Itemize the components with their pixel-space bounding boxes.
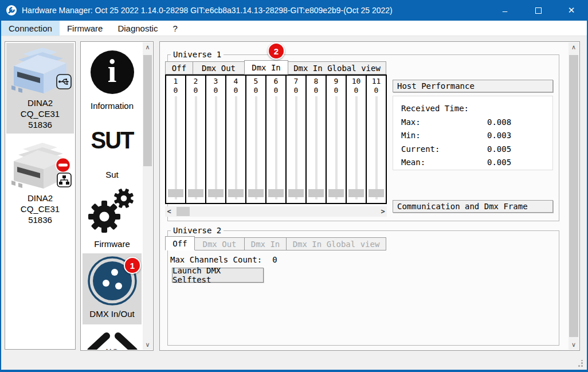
close-button[interactable]: ✕ [555,0,588,21]
menu-item-firmware[interactable]: Firmware [60,21,111,36]
fader-thumb[interactable] [228,189,244,197]
launch-dmx-selftest-button[interactable]: Launch DMX Selftest [172,268,264,283]
faders-horizontal-scrollbar[interactable]: < > [165,206,387,217]
channel-value: 0 [266,86,285,95]
max-channels-value: 0 [272,255,277,264]
host-performance-header[interactable]: Host Performance [393,80,553,92]
fader-track[interactable] [335,96,338,199]
hp-row: Current:0.005 [401,143,552,156]
fader-track[interactable] [355,96,358,199]
tab-dmx-in-global-view[interactable]: Dmx In Global view [286,237,386,250]
fader-thumb[interactable] [268,189,284,197]
tab-dmx-in[interactable]: Dmx In [244,237,287,250]
fader-track[interactable] [295,96,297,199]
scroll-up-icon[interactable]: ∧ [143,42,152,52]
fader-track[interactable] [195,96,197,199]
device-item-dina2-ethernet[interactable]: DINA2 CQ_CE31 51836 [6,138,74,229]
fader-track[interactable] [175,96,177,199]
dmx-channel-2: 20 [185,75,206,204]
scroll-right-icon[interactable]: > [379,206,387,217]
menu-item-connection[interactable]: Connection [1,21,60,36]
maximize-button[interactable] [522,0,555,21]
channel-number: 2 [186,76,205,86]
tab-off[interactable]: Off [165,61,193,75]
menu-item-diagnostic[interactable]: Diagnostic [110,21,165,36]
hp-row: Mean:0.005 [401,156,552,170]
fader-thumb[interactable] [369,189,384,197]
menu-item-[interactable]: ? [165,21,185,36]
channel-number: 8 [307,76,326,86]
device-item-dina2-usb[interactable]: DINA2 CQ_CE31 51836 [6,43,74,134]
tool-label: DMX In/Out [83,309,142,319]
channel-value: 0 [307,86,326,95]
fader-track[interactable] [235,96,237,199]
tools-scrollbar[interactable]: ∧ ∨ [143,42,152,350]
fader-track[interactable] [255,96,257,199]
menubar: ConnectionFirmwareDiagnostic? [1,21,587,36]
channel-number: 9 [327,76,346,86]
fader-thumb[interactable] [288,189,304,197]
usb-connection-icon [56,74,72,92]
fader-thumb[interactable] [248,189,264,197]
dmx-channel-9: 90 [326,75,347,204]
fader-thumb[interactable] [168,189,183,197]
device-name: DINA2 CQ_CE31 51836 [6,193,74,225]
fader-track[interactable] [215,96,217,199]
fader-thumb[interactable] [208,189,224,197]
fader-track[interactable] [315,96,317,199]
tab-dmx-out[interactable]: Dmx Out [194,237,245,250]
dmx-channel-6: 60 [265,75,287,204]
gears-icon [86,185,139,235]
device-name: DINA2 CQ_CE31 51836 [6,97,74,130]
hp-value: 0.005 [487,156,511,170]
tab-dmx-in[interactable]: Dmx In [244,60,288,75]
channel-number: 10 [347,76,366,86]
tab-dmx-in-global-view[interactable]: Dmx In Global view [288,61,386,75]
tab-dmx-out[interactable]: Dmx Out [193,61,245,75]
titlebar[interactable]: Hardware Manager: Oct 25 2022 1.14.0-282… [0,0,588,21]
channel-number: 4 [226,76,245,86]
wrench-app-icon [6,5,17,16]
tab-off[interactable]: Off [165,236,195,250]
scrollbar-thumb[interactable] [143,55,152,166]
fader-thumb[interactable] [188,189,203,197]
scroll-up-icon[interactable]: ∧ [569,42,579,52]
fader-thumb[interactable] [348,189,364,197]
fader-thumb[interactable] [308,189,324,197]
hp-label: Mean: [401,156,487,170]
hp-value: 0.005 [487,143,511,156]
hp-row: Min:0.003 [401,129,552,143]
universe2-tabs: OffDmx OutDmx InDmx In Global view [165,236,386,250]
dmx-channel-4: 40 [225,75,246,204]
scrollbar-thumb[interactable] [177,207,190,216]
resize-grip[interactable] [576,360,583,367]
dmx-channel-11: 110 [366,75,387,204]
main-scrollbar[interactable]: ∧ ∨ [569,42,579,350]
universe1-tabs: OffDmx OutDmx InDmx In Global view [165,60,386,75]
sut-icon: SUT [81,127,143,154]
channel-number: 3 [206,76,225,86]
scroll-down-icon[interactable]: ∨ [143,340,152,350]
window-title: Hardware Manager: Oct 25 2022 1.14.0-282… [22,6,393,15]
host-performance-stats: Received Time:Max:0.008Min:0.003Current:… [393,96,553,170]
channel-value: 0 [367,86,386,95]
dmx-channel-8: 80 [305,75,327,204]
channel-number: 1 [166,76,185,86]
minimize-button[interactable]: – [488,0,522,21]
annotation-badge-1: 1 [124,257,141,274]
scroll-down-icon[interactable]: ∨ [569,340,579,350]
fader-thumb[interactable] [328,189,344,197]
dmx-channel-3: 30 [205,75,226,204]
dmx-channel-1: 10 [165,75,186,204]
tools-panel: i Information SUT Sut [80,41,154,351]
hp-label: Received Time: [401,102,487,116]
fader-track[interactable] [275,96,277,199]
fader-track[interactable] [375,96,378,199]
max-channels-row: Max Channels Count:0 [170,255,277,264]
communication-dmx-frame-header[interactable]: Communication and Dmx Frame [393,200,553,213]
scroll-left-icon[interactable]: < [165,206,173,217]
hp-row: Max:0.008 [401,116,552,130]
scrollbar-thumb[interactable] [569,55,578,337]
universe1-title: Universe 1 [171,50,224,59]
ethernet-connection-icon [57,173,72,190]
